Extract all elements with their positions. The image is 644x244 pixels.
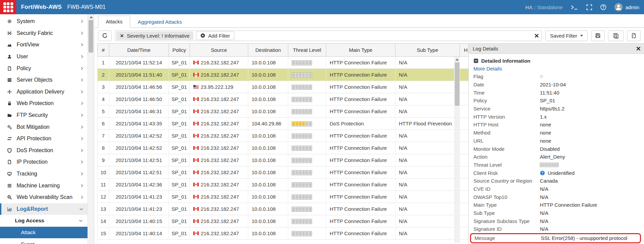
table-row[interactable]: 92021/10/04 11:42:51SP_01216.232.182.247…: [98, 154, 472, 166]
sidebar-item-ip-protection[interactable]: IP Protection: [0, 156, 87, 168]
detail-row-http-version: HTTP Version1.x: [473, 113, 641, 121]
log-report-button[interactable]: [608, 30, 624, 41]
sidebar-item-event[interactable]: Event: [0, 238, 87, 244]
country-flag-icon: [193, 158, 199, 162]
cell-source: 216.232.182.247: [190, 142, 248, 154]
column-header-source[interactable]: Source: [190, 44, 248, 57]
table-row[interactable]: 102021/10/04 11:42:51SP_01216.232.182.24…: [98, 166, 472, 179]
sidebar-item-log-report[interactable]: Log&Report: [0, 203, 87, 215]
cli-console-icon[interactable]: [571, 5, 578, 10]
cell-main-type: HTTP Connection Failure: [326, 191, 395, 203]
country-flag-icon: [193, 195, 199, 199]
column-header-[interactable]: #: [98, 44, 109, 57]
table-row[interactable]: 22021/10/04 11:51:40SP_01216.232.182.247…: [98, 69, 472, 81]
username: admin: [625, 4, 639, 10]
table-row[interactable]: 122021/10/04 11:41:23SP_01216.232.182.24…: [98, 191, 472, 203]
sidebar-item-application-delivery[interactable]: Application Delivery: [0, 86, 87, 98]
scrollbar-thumb[interactable]: [89, 20, 93, 53]
sidebar-item-user[interactable]: User: [0, 51, 87, 63]
table-row[interactable]: 82021/10/04 11:42:52SP_01216.232.182.247…: [98, 142, 472, 154]
sidebar-item-security-fabric[interactable]: Security Fabric: [0, 27, 87, 39]
tab-aggregated-attacks[interactable]: Aggregated Attacks: [130, 16, 189, 28]
table-row[interactable]: 72021/10/04 11:42:52SP_01216.232.182.247…: [98, 130, 472, 142]
page-icon: [6, 66, 13, 71]
more-details-link[interactable]: More Details: [473, 66, 641, 72]
sidebar-item-attack[interactable]: Attack: [0, 227, 87, 239]
detail-label: OWASP Top10: [473, 194, 540, 200]
sidebar-item-web-protection[interactable]: Web Protection: [0, 98, 87, 109]
cell-sub-type: N/A: [395, 93, 460, 105]
column-header-destination[interactable]: Destination: [248, 44, 288, 57]
scrollbar-thumb[interactable]: [455, 62, 460, 106]
user-menu[interactable]: admin: [614, 3, 639, 11]
detailed-information-toggle[interactable]: Detailed Information: [473, 58, 641, 64]
cell-destination: 10.0.0.108: [248, 191, 288, 203]
sidebar-item-api-protection[interactable]: API Protection: [0, 133, 87, 145]
sidebar-item-machine-learning[interactable]: Machine Learning: [0, 180, 87, 191]
detail-label: Monitor Mode: [473, 146, 540, 152]
filter-input[interactable]: Severity Level: ! Informative Add Filter: [115, 30, 542, 41]
detail-label: Action: [473, 154, 540, 160]
severity-filter-chip[interactable]: Severity Level: ! Informative: [116, 32, 193, 40]
table-row[interactable]: 112021/10/04 11:42:36SP_01216.232.182.24…: [98, 179, 472, 191]
sidebar-item-dos-protection[interactable]: DoS Protection: [0, 145, 87, 157]
detail-label: Method: [473, 130, 540, 136]
cell-source: 216.232.182.247: [190, 93, 248, 105]
remove-filter-icon[interactable]: [120, 34, 124, 38]
detail-label: Signature Subclass Type: [473, 218, 540, 224]
sidebar-item-tracking[interactable]: Tracking: [0, 168, 87, 180]
table-row[interactable]: 32021/10/04 11:46:56SP_0123.95.222.12910…: [98, 81, 472, 93]
cell-source: 216.232.182.247: [190, 105, 248, 118]
table-row[interactable]: 142021/10/04 11:40:15SP_01216.232.182.24…: [98, 215, 472, 227]
table-row[interactable]: 132021/10/04 11:41:23SP_01216.232.182.24…: [98, 203, 472, 215]
table-row[interactable]: 42021/10/04 11:46:50SP_01216.232.182.247…: [98, 93, 472, 105]
sidebar-item-web-vulnerability-scan[interactable]: Web Vulnerability Scan: [0, 191, 87, 203]
ha-value: Standalone: [537, 4, 563, 10]
sidebar-item-server-objects[interactable]: Server Objects: [0, 74, 87, 86]
cell-threat-level: [288, 142, 326, 154]
column-header-threat-level[interactable]: Threat Level: [288, 44, 326, 57]
sidebar-item-system[interactable]: System: [0, 16, 87, 27]
export-pdf-button[interactable]: [627, 30, 641, 41]
tab-attacks[interactable]: Attacks: [98, 16, 130, 28]
column-header-date-time[interactable]: Date/Time: [109, 44, 169, 57]
help-circle-icon[interactable]: [540, 170, 545, 176]
cell-destination: 10.0.0.108: [248, 215, 288, 227]
sidebar-item-log-access[interactable]: Log Access: [0, 215, 87, 227]
table-scrollbar[interactable]: [454, 57, 460, 243]
log-details-panel: Log Details Detailed Information More De…: [468, 43, 644, 244]
column-header-sub-type[interactable]: Sub Type: [395, 44, 460, 57]
sidebar-item-policy[interactable]: Policy: [0, 62, 87, 74]
saved-filter-label: Saved Filter: [550, 33, 577, 39]
clear-filters-icon[interactable]: [534, 34, 539, 38]
collapse-minus-icon: [473, 58, 479, 63]
help-icon[interactable]: [600, 4, 606, 10]
table-row[interactable]: 152021/10/04 11:40:14SP_01216.232.182.24…: [98, 227, 472, 240]
detail-label: Flag: [473, 74, 540, 79]
scroll-up-arrow-icon[interactable]: [90, 16, 93, 18]
detail-value: Unidentified: [548, 170, 574, 176]
fullscreen-icon[interactable]: [586, 4, 592, 10]
sidebar-item-ftp-security[interactable]: FTP Security: [0, 109, 87, 121]
cell-destination: 10.0.0.108: [248, 142, 288, 154]
sidebar-item-bot-mitigation[interactable]: Bot Mitigation: [0, 121, 87, 133]
country-flag-icon: [193, 207, 199, 211]
column-header-main-type[interactable]: Main Type: [326, 44, 395, 57]
table-row[interactable]: 12021/10/04 11:52:14SP_01216.232.182.247…: [98, 57, 472, 69]
country-flag-icon: [193, 231, 199, 235]
scroll-up-arrow-icon[interactable]: [455, 58, 459, 61]
detail-value: N/A: [540, 194, 548, 200]
column-header-policy[interactable]: Policy: [169, 44, 190, 57]
cell-datetime: 2021/10/04 11:51:40: [109, 69, 169, 81]
table-row[interactable]: 62021/10/04 11:43:35SP_01216.232.182.247…: [98, 118, 472, 130]
saved-filter-dropdown[interactable]: Saved Filter: [545, 30, 588, 41]
refresh-button[interactable]: [98, 30, 112, 41]
detail-label: Date: [473, 82, 540, 87]
table-row[interactable]: 52021/10/04 11:46:31SP_01216.232.182.247…: [98, 105, 472, 118]
sidebar-scrollbar[interactable]: [87, 14, 94, 244]
flag-circle-icon[interactable]: [540, 75, 543, 78]
sidebar-item-fortiview[interactable]: FortiView: [0, 39, 87, 51]
close-icon[interactable]: [636, 46, 641, 51]
save-filter-button[interactable]: [591, 30, 605, 41]
add-filter-button[interactable]: Add Filter: [196, 32, 234, 40]
